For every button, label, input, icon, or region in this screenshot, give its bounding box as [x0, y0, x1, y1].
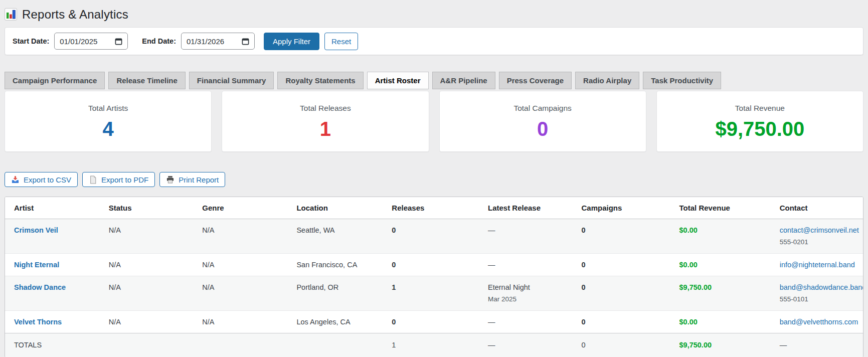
- cell-status: N/A: [104, 311, 197, 333]
- stat-card-total-artists: Total Artists4: [5, 91, 212, 152]
- cell-genre: N/A: [197, 311, 291, 333]
- artist-link[interactable]: Shadow Dance: [14, 283, 66, 291]
- cell-releases: 0: [387, 254, 483, 276]
- document-icon: [89, 175, 97, 184]
- cell-campaigns: 0: [576, 276, 674, 311]
- stat-card-total-releases: Total Releases1: [222, 91, 429, 152]
- tab-campaign-performance[interactable]: Campaign Performance: [5, 72, 105, 89]
- table-row: Velvet ThornsN/AN/ALos Angeles, CA0—0$0.…: [5, 311, 863, 333]
- artist-link[interactable]: Night Eternal: [14, 261, 59, 269]
- column-header-releases: Releases: [387, 197, 483, 219]
- start-date-input[interactable]: 01/01/2025: [54, 33, 128, 50]
- tab-royalty-statements[interactable]: Royalty Statements: [277, 72, 363, 89]
- contact-phone: 555-0201: [780, 238, 858, 247]
- latest-release-date: Mar 2025: [488, 295, 571, 304]
- cell-contact: band@shadowdance.band555-0101: [775, 276, 863, 311]
- tab-a-r-pipeline[interactable]: A&R Pipeline: [432, 72, 495, 89]
- cell-artist: Velvet Thorns: [5, 311, 104, 333]
- stat-label: Total Revenue: [735, 104, 785, 113]
- releases-count: 0: [392, 261, 396, 269]
- releases-count: 0: [392, 226, 396, 234]
- cell-contact: contact@crimsonveil.net555-0201: [775, 219, 863, 254]
- campaigns-count: 0: [581, 283, 585, 291]
- tab-financial-summary[interactable]: Financial Summary: [189, 72, 274, 89]
- print-report-button[interactable]: Print Report: [159, 172, 225, 187]
- cell-genre: N/A: [197, 254, 291, 276]
- cell-artist: Shadow Dance: [5, 276, 104, 311]
- reset-button[interactable]: Reset: [324, 33, 358, 50]
- export-button-label: Export to CSV: [24, 175, 71, 184]
- totals-genre-cell: [197, 333, 291, 357]
- stat-label: Total Artists: [88, 104, 128, 113]
- cell-artist: Crimson Veil: [5, 219, 104, 254]
- cell-status: N/A: [104, 219, 197, 254]
- stat-value: $9,750.00: [715, 119, 804, 139]
- contact-phone: 555-0101: [780, 295, 858, 304]
- cell-releases: 0: [387, 311, 483, 333]
- totals-location-cell: [291, 333, 387, 357]
- contact-email-link[interactable]: contact@crimsonveil.net: [780, 226, 859, 234]
- stat-cards: Total Artists4Total Releases1Total Campa…: [5, 91, 863, 152]
- column-header-campaigns: Campaigns: [576, 197, 674, 219]
- export-to-pdf-button[interactable]: Export to PDF: [82, 172, 155, 187]
- stat-value: 0: [537, 119, 548, 139]
- cell-latest-release: —: [483, 219, 576, 254]
- calendar-icon[interactable]: [115, 38, 122, 45]
- contact-email-link[interactable]: band@shadowdance.band: [780, 283, 863, 291]
- cell-genre: N/A: [197, 219, 291, 254]
- calendar-icon[interactable]: [242, 38, 249, 45]
- export-button-label: Export to PDF: [101, 175, 148, 184]
- campaigns-count: 0: [581, 226, 585, 234]
- filter-bar: Start Date: 01/01/2025 End Date: 01/31/2…: [5, 27, 863, 55]
- stat-label: Total Releases: [300, 104, 351, 113]
- end-date-label: End Date:: [142, 37, 176, 45]
- stat-card-total-campaigns: Total Campaigns0: [439, 91, 646, 152]
- cell-releases: 0: [387, 219, 483, 254]
- export-to-csv-button[interactable]: Export to CSV: [5, 172, 78, 187]
- cell-genre: N/A: [197, 276, 291, 311]
- page-title: Reports & Analytics: [22, 8, 128, 22]
- totals-contact-cell: —: [775, 333, 863, 357]
- artist-link[interactable]: Crimson Veil: [14, 226, 58, 234]
- stat-label: Total Campaigns: [513, 104, 571, 113]
- cell-total-revenue: $9,750.00: [674, 276, 775, 311]
- cell-total-revenue: $0.00: [674, 219, 775, 254]
- totals-row: TOTALS1—0$9,750.00—: [5, 333, 863, 357]
- table-header-row: ArtistStatusGenreLocationReleasesLatest …: [5, 197, 863, 219]
- totals-latest-release-cell: —: [483, 333, 576, 357]
- revenue-amount: $0.00: [679, 261, 698, 269]
- contact-email-link[interactable]: info@nighteternal.band: [780, 261, 855, 269]
- cell-campaigns: 0: [576, 219, 674, 254]
- tab-artist-roster[interactable]: Artist Roster: [367, 72, 429, 89]
- campaigns-count: 0: [581, 261, 585, 269]
- stat-card-total-revenue: Total Revenue$9,750.00: [656, 91, 863, 152]
- stat-value: 4: [103, 119, 114, 139]
- apply-filter-button[interactable]: Apply Filter: [264, 33, 319, 50]
- page-header: Reports & Analytics: [5, 0, 863, 22]
- latest-release-title: —: [488, 317, 571, 326]
- tab-press-coverage[interactable]: Press Coverage: [499, 72, 572, 89]
- cell-campaigns: 0: [576, 254, 674, 276]
- revenue-amount: $0.00: [679, 318, 698, 326]
- table-row: Shadow DanceN/AN/APortland, OR1Eternal N…: [5, 276, 863, 311]
- cell-latest-release: —: [483, 311, 576, 333]
- tab-task-productivity[interactable]: Task Productivity: [643, 72, 721, 89]
- export-toolbar: Export to CSVExport to PDFPrint Report: [5, 172, 863, 187]
- cell-location: San Francisco, CA: [291, 254, 387, 276]
- cell-contact: info@nighteternal.band: [775, 254, 863, 276]
- cell-location: Seattle, WA: [291, 219, 387, 254]
- cell-latest-release: Eternal NightMar 2025: [483, 276, 576, 311]
- cell-releases: 1: [387, 276, 483, 311]
- artist-link[interactable]: Velvet Thorns: [14, 318, 62, 326]
- contact-email-link[interactable]: band@velvetthorns.com: [780, 318, 858, 326]
- totals-campaigns-cell: 0: [576, 333, 674, 357]
- column-header-total-revenue: Total Revenue: [674, 197, 775, 219]
- column-header-status: Status: [104, 197, 197, 219]
- tab-release-timeline[interactable]: Release Timeline: [108, 72, 185, 89]
- tab-radio-airplay[interactable]: Radio Airplay: [575, 72, 639, 89]
- latest-release-title: Eternal Night: [488, 283, 571, 292]
- totals-label-cell: TOTALS: [5, 333, 104, 357]
- end-date-input[interactable]: 01/31/2026: [181, 33, 255, 50]
- artist-roster-table: ArtistStatusGenreLocationReleasesLatest …: [5, 197, 863, 357]
- totals-revenue-amount: $9,750.00: [679, 341, 712, 349]
